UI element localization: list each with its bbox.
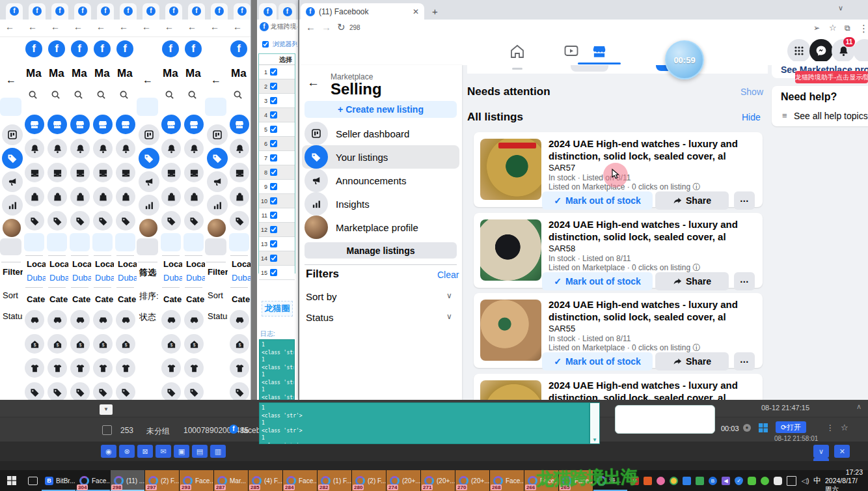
assistant-toggle-button[interactable]: 龙猫跨境助手-点击显示/隐 (795, 71, 868, 83)
disable-icon-button[interactable]: ⊗ (119, 445, 135, 458)
row-checkbox[interactable] (270, 140, 277, 147)
reload-button[interactable]: ↻ (337, 21, 346, 33)
wechat-icon[interactable] (748, 477, 756, 485)
narrow-window-6[interactable]: f←fMaLocaDubaCate$ (114, 0, 137, 400)
page-back-arrow[interactable]: ← (6, 74, 16, 86)
inbox-icon[interactable] (25, 163, 44, 182)
create-new-listing-button[interactable]: + Create new listing (305, 101, 457, 118)
search-icon[interactable] (119, 90, 129, 102)
insights-icon[interactable] (139, 195, 159, 216)
buying-icon[interactable] (47, 187, 67, 206)
announcements-icon[interactable] (2, 171, 23, 192)
row-checkbox[interactable] (102, 425, 112, 435)
resize-panel-button[interactable]: ✕ (834, 445, 850, 458)
browser-row-15[interactable]: 15 (259, 266, 295, 280)
buying-icon[interactable] (25, 187, 44, 206)
buying-icon[interactable] (116, 187, 135, 206)
show-link[interactable]: Show (740, 87, 763, 97)
notifications-icon[interactable] (70, 139, 90, 158)
notifications-icon[interactable] (230, 139, 249, 158)
taskbar-item-10[interactable]: (2) F...280 (352, 470, 386, 491)
your-listings-icon[interactable] (207, 148, 228, 169)
marketplace-shop-icon[interactable] (230, 115, 249, 134)
back-button[interactable]: ← (51, 21, 60, 32)
apparel-icon[interactable] (184, 358, 204, 378)
taskbar-item-5[interactable]: Face...293 (180, 470, 213, 491)
taskbar-item-3[interactable]: (11) ...298 (111, 470, 144, 491)
back-arrow-icon[interactable]: ← (307, 76, 319, 90)
browser-tab[interactable]: f (51, 3, 68, 20)
marketplace-shop-icon[interactable] (93, 115, 113, 134)
favorite-icon[interactable]: ☆ (841, 423, 848, 432)
profile-avatar[interactable] (208, 219, 226, 237)
classifieds-icon[interactable] (116, 382, 135, 400)
profile-avatar[interactable] (3, 219, 21, 237)
listing-image[interactable] (480, 380, 541, 400)
property-icon[interactable]: $ (230, 334, 249, 354)
row-checkbox[interactable] (270, 269, 277, 276)
antivirus-icon[interactable]: V (631, 477, 639, 485)
row-checkbox[interactable] (270, 197, 277, 204)
taskbar-item-9[interactable]: (1) F...282 (318, 470, 351, 491)
search-icon[interactable] (187, 90, 197, 102)
classifieds-icon[interactable] (25, 382, 44, 400)
browser-tab[interactable]: f (234, 3, 251, 20)
apparel-icon[interactable] (70, 358, 90, 378)
volume-icon[interactable]: ◁) (801, 477, 809, 485)
listing-image[interactable] (480, 300, 541, 361)
browser-list-checkbox[interactable] (262, 41, 269, 48)
property-icon[interactable]: $ (25, 334, 44, 354)
marketplace-shop-icon[interactable] (47, 115, 67, 134)
taskbar-item-13[interactable]: (20+...270 (455, 470, 489, 491)
more-options-button[interactable]: ⋯ (734, 191, 755, 210)
more-dots-icon[interactable]: ⋮ (826, 423, 834, 432)
row-checkbox[interactable] (270, 97, 277, 104)
notifications-icon[interactable] (93, 139, 113, 158)
apparel-icon[interactable] (47, 358, 67, 378)
property-icon[interactable]: $ (47, 334, 67, 354)
browser-tab[interactable]: f (188, 3, 205, 20)
row-checkbox[interactable] (270, 169, 277, 176)
announcements-icon[interactable] (207, 171, 228, 192)
search-icon[interactable] (28, 90, 38, 102)
marketplace-tab[interactable] (581, 42, 617, 61)
page-back-arrow[interactable]: ← (142, 74, 153, 86)
listing-card-3[interactable]: 2024 UAE High-end watches - luxury and d… (474, 293, 763, 368)
mark-out-of-stock-button[interactable]: ✓Mark out of stock (542, 272, 653, 290)
clear-filters-link[interactable]: Clear (437, 270, 459, 280)
row-checkbox[interactable] (270, 154, 277, 161)
taskbar-item-14[interactable]: Face...268 (490, 470, 524, 491)
terminal-scrollbar[interactable]: ▼ (590, 402, 600, 444)
wechat-work-icon[interactable] (761, 477, 769, 485)
taskbar-item-4[interactable]: (2) F...297 (145, 470, 179, 491)
browser-row-3[interactable]: 3 (259, 94, 295, 108)
location-value[interactable]: Duba (49, 273, 69, 283)
selling-tag-icon[interactable] (161, 211, 181, 231)
search-icon[interactable] (233, 90, 243, 102)
sidebar-item-seller-dashboard[interactable]: Seller dashboard (302, 122, 459, 145)
info-icon[interactable]: ⓘ (692, 343, 700, 352)
extensions-icon[interactable]: ⧉ (845, 23, 850, 33)
notifications-icon[interactable] (161, 139, 181, 158)
browser-tab[interactable]: f (211, 3, 228, 20)
listing-card-4[interactable]: 2024 UAE High-end watches - luxury and d… (474, 374, 763, 400)
insights-icon[interactable] (2, 195, 23, 216)
browser-row-6[interactable]: 6 (259, 137, 295, 151)
apparel-icon[interactable] (93, 358, 113, 378)
menu-dots-icon[interactable]: ⋮ (859, 23, 868, 35)
vehicles-icon[interactable] (230, 310, 249, 330)
marketplace-shop-icon[interactable] (25, 115, 44, 134)
back-button[interactable]: ← (165, 21, 174, 32)
browser-row-10[interactable]: 10 (259, 194, 295, 208)
taskbar-item-12[interactable]: (20+...271 (421, 470, 455, 491)
dashboard-icon-button[interactable]: ◉ (101, 445, 116, 458)
location-value[interactable]: Duba (186, 273, 206, 283)
taskbar-item-8[interactable]: Face...284 (283, 470, 317, 491)
apps-menu-button[interactable] (787, 39, 811, 63)
listing-card-2[interactable]: 2024 UAE High-end watches - luxury and d… (474, 213, 763, 288)
status-label[interactable]: Status (306, 312, 334, 323)
new-tab-button[interactable]: + (432, 6, 438, 17)
back-button[interactable]: ← (119, 21, 128, 32)
classifieds-icon[interactable] (161, 382, 181, 400)
browser-row-2[interactable]: 2 (259, 79, 295, 94)
